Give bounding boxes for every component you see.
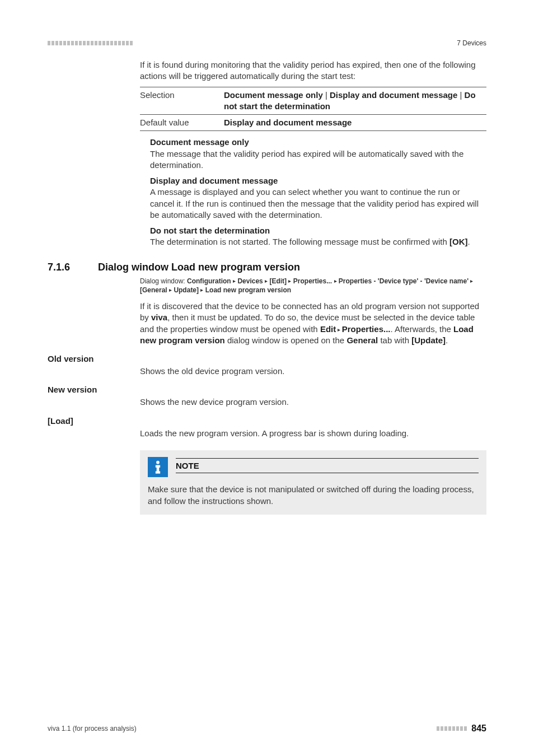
spec-value-sep: | [323, 90, 330, 100]
field-body: Loads the new program version. A progres… [140, 428, 486, 439]
intro-paragraph: If it is found during monitoring that th… [140, 59, 486, 82]
section-body: Dialog window: Configuration ▸ Devices ▸… [140, 277, 486, 347]
spec-value: Display and document message [224, 115, 486, 131]
dialog-path-seg: Update] [174, 286, 199, 294]
dialog-path-seg: Load new program version [205, 286, 291, 294]
svg-rect-3 [156, 471, 160, 473]
spec-table: Selection Document message only | Displa… [140, 87, 486, 132]
definition-title: Display and document message [150, 175, 486, 186]
body-column: If it is found during monitoring that th… [140, 59, 486, 248]
para-bold: viva [151, 312, 167, 322]
field-label: [Load] [48, 416, 486, 426]
page-header: 7 Devices [48, 39, 486, 47]
spec-label: Default value [140, 115, 224, 131]
spec-value-part: Display and document message [330, 90, 457, 100]
field-label: New version [48, 385, 486, 394]
footer-decoration [437, 726, 467, 731]
field-row: New version Shows the new device program… [48, 385, 486, 408]
dialog-path-label: Dialog window: [140, 277, 187, 285]
section-number: 7.1.6 [48, 262, 81, 273]
svg-point-0 [156, 461, 160, 464]
definition-body: A message is displayed and you can selec… [150, 186, 486, 221]
para-bold: [Update] [411, 335, 446, 345]
note-body: Make sure that the device is not manipul… [148, 484, 479, 507]
page-footer: viva 1.1 (for process analysis) 845 [48, 724, 486, 734]
spec-value-part: Document message only [224, 90, 323, 100]
note-header: NOTE [148, 457, 479, 477]
note-rule [176, 473, 479, 473]
note-title-wrap: NOTE [176, 458, 479, 475]
definition-body: The determination is not started. The fo… [150, 236, 486, 248]
dialog-path-seg: [Edit] [269, 277, 287, 285]
definition-body-text: The determination is not started. The fo… [150, 237, 449, 246]
header-section-label: 7 Devices [457, 39, 486, 47]
field-row: Old version Shows the old device program… [48, 354, 486, 377]
spec-value-part: Display and document message [224, 118, 352, 127]
section-heading: 7.1.6 Dialog window Load new program ver… [48, 262, 486, 273]
spec-value: Document message only | Display and docu… [224, 87, 486, 115]
note-rule [176, 458, 479, 459]
dialog-path: Dialog window: Configuration ▸ Devices ▸… [140, 277, 486, 296]
table-row: Selection Document message only | Displa… [140, 87, 486, 115]
note-box: NOTE Make sure that the device is not ma… [140, 450, 486, 515]
para-text: . [446, 335, 448, 345]
field-label: Old version [48, 354, 486, 363]
page-container: 7 Devices If it is found during monitori… [0, 0, 534, 756]
page-number: 845 [471, 724, 486, 734]
para-tri: ▸ [336, 326, 342, 333]
definition-title: Document message only [150, 137, 486, 148]
dialog-path-seg: Properties - 'Device type' - 'Device nam… [339, 277, 469, 285]
para-bold: Edit [320, 324, 336, 334]
info-icon [148, 457, 168, 477]
definition-title: Do not start the determination [150, 225, 486, 236]
footer-right: 845 [437, 724, 486, 734]
definition-body: The message that the validity period has… [150, 148, 486, 171]
dialog-path-seg: Properties... [293, 277, 332, 285]
definition-body-text: . [467, 237, 470, 246]
field-body: Shows the old device program version. [140, 366, 486, 377]
spec-value-sep: | [457, 90, 464, 100]
footer-left: viva 1.1 (for process analysis) [48, 725, 137, 732]
para-text: dialog window is opened on the [225, 335, 347, 345]
para-bold: Properties... [342, 324, 391, 334]
para-text: tab with [378, 335, 411, 345]
dialog-path-seg: Devices [237, 277, 263, 285]
definition-block: Display and document message A message i… [150, 175, 486, 221]
header-decoration-left [48, 41, 133, 45]
definition-block: Do not start the determination The deter… [150, 225, 486, 248]
definition-body-bold: [OK] [449, 237, 468, 246]
dialog-path-seg: [General [140, 286, 167, 294]
field-body: Shows the new device program version. [140, 396, 486, 408]
note-title: NOTE [176, 461, 479, 470]
para-text: . Afterwards, the [390, 324, 453, 334]
section-paragraph: If it is discovered that the device to b… [140, 301, 486, 346]
para-bold: General [346, 335, 378, 345]
definition-block: Document message only The message that t… [150, 137, 486, 171]
dialog-path-seg: Configuration [187, 277, 231, 285]
field-row: [Load] Loads the new program version. A … [48, 416, 486, 439]
table-row: Default value Display and document messa… [140, 115, 486, 131]
spec-label: Selection [140, 87, 224, 115]
section-title: Dialog window Load new program version [98, 262, 300, 273]
